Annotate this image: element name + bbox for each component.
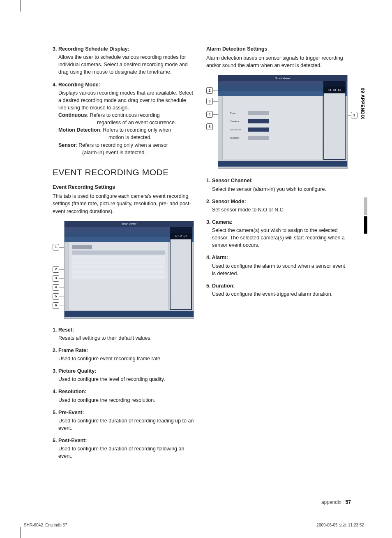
table-row — [72, 260, 165, 264]
mode-label: Motion Detection — [58, 127, 100, 133]
mode-desc-cont: (alarm-in) event is detected. — [82, 149, 195, 156]
item-title: 2. Frame Rate: — [53, 347, 195, 354]
item-duration: 5. Duration: Used to configure the event… — [206, 282, 348, 298]
chapter-tab: 09 APPENDIX — [359, 88, 366, 119]
footer-bar-mock — [218, 161, 347, 167]
mode-desc: : Refers to recording only when a sensor — [76, 142, 168, 148]
crop-mark — [366, 0, 366, 12]
mode-sensor: Sensor: Refers to recording only when a … — [53, 141, 195, 156]
thumb-index — [364, 197, 368, 235]
mode-continuous: Continuous: Refers to continuous recordi… — [53, 111, 195, 126]
callout-5: 5 — [53, 293, 59, 300]
item-sensor-channel: 1. Sensor Channel: Select the sensor (al… — [206, 177, 348, 192]
page-footer: appendix _57 — [321, 499, 351, 506]
clock-mock: 12 : 18 : 22 — [170, 233, 192, 239]
table-row — [72, 265, 165, 269]
callout-1: 1 — [351, 112, 357, 118]
right-column: Alarm Detection Settings Alarm detection… — [206, 45, 348, 465]
subhead-body: Alarm detection bases on sensor signals … — [206, 54, 348, 69]
mode-desc: : Refers to recording only when — [100, 127, 171, 133]
item-camera: 3. Camera: Select the camera(s) you wish… — [206, 218, 348, 249]
page-number: 57 — [346, 499, 351, 505]
item-title: 1. Reset: — [53, 326, 195, 334]
item-reset: 1. Reset: Resets all settings to their d… — [53, 326, 195, 342]
footer-label: appendix _ — [321, 499, 346, 505]
item-post-event: 6. Post-Event: Used to configure the dur… — [53, 437, 195, 460]
callout-line — [59, 269, 64, 270]
item-title: 1. Sensor Channel: — [206, 177, 348, 184]
screenshot-mock: Smart Viewer Type Camera Alarm Out Durat… — [218, 75, 348, 169]
callout-line — [59, 306, 64, 306]
figure-alarm-detection: 2 3 4 5 1 Smart Viewer — [206, 75, 348, 169]
item-body: Used to configure the event-triggered al… — [206, 290, 348, 298]
item-title: 4. Alarm: — [206, 254, 348, 261]
callout-line — [59, 288, 64, 288]
item-body: Resets all settings to their default val… — [53, 334, 195, 342]
side-panel-mock: 12 : 18 : 22 — [170, 227, 192, 310]
tree-mock — [171, 239, 191, 309]
subhead-body: This tab is used to configure each camer… — [53, 192, 195, 215]
callout-5: 5 — [206, 123, 213, 130]
callout-6: 6 — [53, 302, 59, 309]
item-picture-quality: 3. Picture Quality: Used to configure th… — [53, 367, 195, 383]
callout-line — [213, 101, 218, 102]
item-body: Select the camera(s) you wish to assign … — [206, 227, 348, 249]
footer-bar-mock — [65, 311, 194, 317]
callout-line — [348, 115, 351, 116]
line-mock: Type — [230, 111, 269, 115]
chip-mock — [248, 136, 269, 140]
side-panel-mock: 12 : 18 : 24 — [323, 81, 346, 160]
line-mock: Alarm Out — [230, 128, 269, 132]
chip-mock — [248, 111, 269, 115]
chip-mock — [248, 119, 269, 123]
default-button-mock — [72, 245, 92, 249]
print-info-left: SHR-6042_Eng.indb 57 — [24, 522, 67, 529]
table-row — [72, 255, 165, 260]
item-body: Used to configure the duration of record… — [53, 417, 195, 432]
window-titlebar: Smart Viewer — [218, 75, 347, 81]
line-mock: Camera — [230, 119, 269, 123]
screenshot-mock: Smart Viewer — [64, 221, 194, 319]
item-pre-event: 5. Pre-Event: Used to configure the dura… — [53, 409, 195, 432]
tree-mock — [324, 93, 345, 159]
item-title: 6. Post-Event: — [53, 437, 195, 444]
mode-desc-cont: regardless of an event occurrence. — [97, 119, 195, 126]
mode-desc-cont: motion is detected. — [108, 134, 195, 141]
item-body: Used to configure the duration of record… — [53, 445, 195, 460]
thumb-mark — [364, 197, 367, 215]
mode-motion: Motion Detection: Refers to recording on… — [53, 126, 195, 141]
logo-mock — [170, 227, 192, 233]
thumb-mark-active — [364, 216, 367, 234]
item-body: Displays various recording modes that ar… — [53, 89, 195, 111]
item-title: 2. Sensor Mode: — [206, 198, 348, 205]
callout-4: 4 — [53, 284, 59, 291]
page-content: 3. Recording Schedule Display: Allows th… — [53, 45, 348, 465]
line-mock: Duration — [230, 136, 269, 140]
table-header-mock — [72, 250, 165, 255]
item-title: 3. Camera: — [206, 218, 348, 226]
callout-2: 2 — [53, 266, 59, 273]
item-title: 3. Recording Schedule Display: — [53, 45, 195, 53]
item-body: Used to configure the recording resoluti… — [53, 397, 195, 404]
item-recording-mode: 4. Recording Mode: Displays various reco… — [53, 81, 195, 156]
item-sensor-mode: 2. Sensor Mode: Set sensor mode to N.O o… — [206, 198, 348, 213]
item-body: Set sensor mode to N.O or N.C. — [206, 206, 348, 213]
window-titlebar: Smart Viewer — [65, 221, 194, 227]
table-row — [72, 275, 165, 279]
body-area-mock — [69, 242, 169, 310]
callout-line — [59, 278, 64, 279]
item-title: 4. Recording Mode: — [53, 81, 195, 88]
crop-mark — [21, 527, 21, 538]
callout-3: 3 — [53, 275, 59, 282]
logo-mock — [323, 81, 346, 87]
table-row — [72, 270, 165, 274]
callout-1: 1 — [53, 244, 59, 250]
item-body: Used to configure the alarm to sound whe… — [206, 262, 348, 277]
item-body: Used to configure event recording frame … — [53, 355, 195, 362]
item-title: 5. Duration: — [206, 282, 348, 290]
callout-line — [213, 90, 218, 91]
chip-mock — [248, 128, 269, 132]
item-title: 4. Resolution: — [53, 388, 195, 395]
section-heading: EVENT RECORDING MODE — [53, 166, 195, 179]
settings-stack-mock: Type Camera Alarm Out Duration — [230, 111, 269, 140]
